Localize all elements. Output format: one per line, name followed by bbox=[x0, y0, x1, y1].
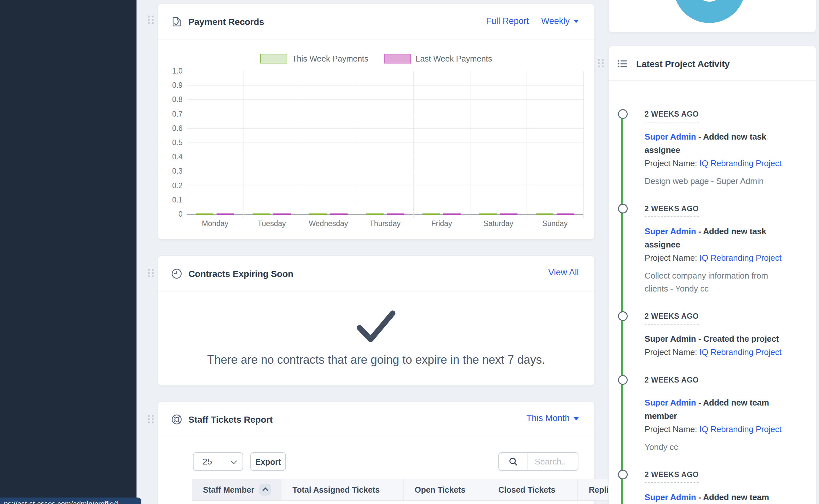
list-icon bbox=[617, 58, 629, 69]
gridline-horizontal bbox=[187, 171, 583, 171]
y-axis-tick-label: 0.1 bbox=[159, 196, 182, 204]
y-axis-tick-label: 0 bbox=[159, 210, 182, 219]
browser-status-bar: ps://ast-st-csses.com/admin/profile/1 bbox=[0, 498, 141, 504]
activity-detail: Design web page - Super Admin bbox=[645, 175, 790, 188]
contracts-header: Contracts Expiring Soon View All bbox=[158, 256, 594, 292]
legend-item: Last Week Payments bbox=[384, 54, 492, 63]
project-link[interactable]: IQ Rebranding Project bbox=[699, 347, 781, 357]
y-axis-tick-label: 0.5 bbox=[159, 138, 182, 147]
view-all-link[interactable]: View All bbox=[548, 268, 579, 278]
divider bbox=[535, 16, 535, 27]
gridline-horizontal bbox=[187, 114, 583, 114]
legend-item: This Week Payments bbox=[260, 54, 368, 63]
x-axis-tick-label: Tuesday bbox=[244, 219, 300, 228]
project-link[interactable]: IQ Rebranding Project bbox=[699, 253, 781, 263]
activity-timestamp: 2 WEEKS AGO bbox=[645, 376, 699, 388]
card-title: Contracts Expiring Soon bbox=[188, 269, 294, 279]
actor-link[interactable]: Super Admin bbox=[645, 334, 696, 344]
y-axis-tick-label: 0.9 bbox=[159, 81, 182, 90]
gridline-horizontal bbox=[187, 186, 583, 186]
gridline-horizontal bbox=[187, 85, 583, 86]
period-dropdown[interactable]: This Month bbox=[526, 413, 579, 423]
gridline-vertical bbox=[413, 71, 414, 218]
legend-label: Last Week Payments bbox=[416, 54, 492, 63]
chevron-down-icon bbox=[573, 20, 579, 26]
timeline-dot bbox=[618, 470, 628, 479]
drag-handle-icon[interactable] bbox=[148, 16, 154, 25]
gridline-horizontal bbox=[187, 157, 583, 157]
activity-project-line: Project Name: IQ Rebranding Project bbox=[645, 423, 790, 436]
series-bar-this-week bbox=[479, 213, 497, 215]
contracts-expiring-card: Contracts Expiring Soon View All There a… bbox=[158, 256, 594, 385]
gridline-horizontal bbox=[187, 128, 583, 129]
activity-headline: Super Admin - Added new team member bbox=[645, 491, 790, 504]
series-bar-last-week bbox=[443, 213, 461, 215]
series-bar-last-week bbox=[330, 213, 348, 215]
payments-chart: This Week PaymentsLast Week Payments1.00… bbox=[158, 39, 594, 239]
activity-entry: 2 WEEKS AGOSuper Admin - Added new task … bbox=[645, 110, 790, 188]
timeline-dot bbox=[618, 311, 628, 321]
search-input[interactable] bbox=[528, 453, 578, 470]
card-title: Payment Records bbox=[188, 17, 264, 27]
activity-project-line: Project Name: IQ Rebranding Project bbox=[645, 251, 790, 265]
activity-action: - Created the project bbox=[698, 334, 779, 344]
card-title: Staff Tickets Report bbox=[188, 415, 273, 425]
x-axis-tick-label: Thursday bbox=[357, 219, 413, 228]
y-axis-tick-label: 0.2 bbox=[159, 181, 182, 190]
chart-legend: This Week PaymentsLast Week Payments bbox=[158, 54, 594, 63]
drag-handle-icon[interactable] bbox=[148, 415, 154, 424]
activity-timestamp: 2 WEEKS AGO bbox=[645, 470, 699, 483]
page-size-select[interactable]: 25 bbox=[193, 452, 243, 471]
gridline-horizontal bbox=[187, 143, 583, 143]
search-icon[interactable] bbox=[499, 453, 528, 470]
gridline-vertical bbox=[300, 71, 300, 218]
actor-link[interactable]: Super Admin bbox=[645, 226, 696, 236]
card-title: Latest Project Activity bbox=[636, 59, 730, 69]
status-url: ps://ast-st-csses.com/admin/profile/1 bbox=[4, 500, 120, 504]
column-label: Closed Tickets bbox=[498, 485, 555, 495]
activity-header: Latest Project Activity bbox=[609, 46, 816, 81]
full-report-link[interactable]: Full Report bbox=[486, 16, 529, 26]
activity-headline: Super Admin - Added new task assignee bbox=[645, 130, 790, 157]
timeline-dot bbox=[618, 109, 628, 119]
chevron-down-icon bbox=[573, 417, 579, 423]
series-bar-last-week bbox=[387, 213, 404, 215]
activity-project-line: Project Name: IQ Rebranding Project bbox=[645, 346, 790, 359]
table-column-header[interactable]: Closed Tickets bbox=[487, 479, 578, 500]
activity-timestamp: 2 WEEKS AGO bbox=[645, 110, 699, 122]
actor-link[interactable]: Super Admin bbox=[645, 492, 696, 502]
gridline-vertical bbox=[526, 71, 527, 218]
y-axis-tick-label: 0.7 bbox=[159, 110, 182, 119]
series-bar-last-week bbox=[500, 213, 517, 215]
success-check-icon bbox=[356, 310, 396, 345]
project-link[interactable]: IQ Rebranding Project bbox=[699, 424, 781, 434]
gridline-horizontal bbox=[187, 214, 583, 215]
actor-link[interactable]: Super Admin bbox=[645, 398, 696, 407]
y-axis-tick-label: 1.0 bbox=[159, 67, 182, 75]
gridline-vertical bbox=[583, 71, 583, 218]
activity-entry: 2 WEEKS AGOSuper Admin - Added new task … bbox=[645, 204, 790, 295]
period-dropdown[interactable]: Weekly bbox=[541, 16, 579, 26]
table-column-header[interactable]: Staff Member bbox=[192, 479, 282, 500]
activity-entry: 2 WEEKS AGOSuper Admin - Added new team … bbox=[645, 470, 790, 504]
gridline-horizontal bbox=[187, 200, 583, 200]
drag-handle-icon[interactable] bbox=[598, 59, 604, 68]
actor-link[interactable]: Super Admin bbox=[645, 132, 696, 142]
sort-indicator[interactable] bbox=[260, 484, 271, 496]
gridline-vertical bbox=[357, 71, 357, 218]
legend-swatch bbox=[384, 54, 411, 63]
table-column-header[interactable]: Open Tickets bbox=[404, 479, 487, 500]
series-bar-this-week bbox=[536, 213, 553, 215]
y-axis-tick-label: 0.8 bbox=[159, 95, 182, 104]
series-bar-this-week bbox=[422, 213, 440, 215]
gridline-vertical bbox=[470, 71, 470, 218]
legend-label: This Week Payments bbox=[292, 54, 368, 63]
series-bar-this-week bbox=[309, 213, 327, 215]
column-label: Total Assigned Tickets bbox=[293, 485, 380, 495]
y-axis-tick-label: 0.4 bbox=[159, 153, 182, 161]
drag-handle-icon[interactable] bbox=[148, 269, 154, 278]
table-column-header[interactable]: Total Assigned Tickets bbox=[282, 479, 404, 500]
series-bar-last-week bbox=[273, 213, 291, 215]
project-link[interactable]: IQ Rebranding Project bbox=[699, 158, 781, 168]
export-button[interactable]: Export bbox=[250, 452, 286, 471]
